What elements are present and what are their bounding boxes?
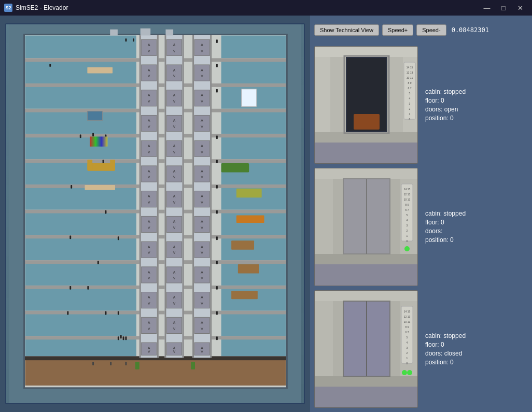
svg-rect-47	[183, 34, 184, 358]
elevator-view-1: 14 15 12 13 10 11 8 9 6 7 5 4 3 2 1 0	[314, 46, 418, 164]
svg-rect-217	[231, 291, 258, 300]
elevator-card-3: 14 15 12 13 10 11 8 9 6 7 5 4 3 2 1 0	[314, 290, 528, 408]
svg-rect-177	[216, 135, 218, 139]
svg-text:V: V	[173, 175, 176, 179]
svg-text:V: V	[148, 302, 150, 305]
svg-text:2: 2	[409, 107, 411, 110]
elevator-2-position: position: 0	[425, 236, 528, 244]
svg-rect-219	[191, 362, 195, 370]
svg-rect-3	[221, 35, 286, 58]
svg-text:V: V	[173, 100, 176, 103]
show-technical-view-button[interactable]: Show Technical View	[314, 24, 379, 36]
svg-text:A: A	[173, 119, 176, 122]
svg-rect-84	[142, 317, 157, 333]
svg-rect-24	[25, 314, 136, 336]
svg-text:A: A	[173, 295, 176, 299]
svg-text:V: V	[148, 100, 150, 103]
svg-rect-178	[103, 160, 104, 163]
svg-text:V: V	[173, 150, 176, 154]
svg-rect-197	[120, 335, 122, 338]
svg-rect-162	[194, 317, 209, 333]
svg-text:5: 5	[407, 336, 408, 339]
elevator-1-doors: doors: open	[425, 106, 528, 113]
svg-rect-216	[238, 264, 259, 274]
svg-text:A: A	[201, 119, 203, 122]
svg-text:A: A	[148, 119, 150, 122]
svg-rect-218	[135, 362, 139, 370]
svg-text:A: A	[201, 295, 203, 299]
svg-text:A: A	[148, 194, 150, 198]
svg-rect-14	[25, 187, 136, 210]
svg-rect-20	[25, 263, 136, 286]
svg-rect-173	[216, 89, 218, 93]
svg-rect-153	[194, 241, 209, 258]
svg-rect-195	[216, 311, 218, 315]
restore-button[interactable]: □	[496, 2, 511, 13]
svg-text:A: A	[148, 220, 150, 223]
elevator-3-position: position: 0	[425, 359, 528, 366]
svg-text:3: 3	[409, 102, 411, 105]
svg-text:2: 2	[407, 229, 408, 232]
svg-rect-209	[87, 160, 92, 169]
svg-rect-12	[25, 162, 136, 184]
svg-rect-72	[142, 216, 157, 232]
svg-text:V: V	[148, 327, 150, 331]
svg-rect-210	[110, 160, 115, 169]
svg-rect-51	[142, 39, 157, 55]
svg-rect-190	[87, 286, 89, 290]
svg-text:6  7: 6 7	[405, 208, 409, 211]
svg-text:V: V	[201, 125, 203, 129]
svg-text:3: 3	[407, 224, 408, 227]
svg-text:2: 2	[407, 351, 408, 354]
svg-text:V: V	[173, 201, 176, 204]
svg-text:0: 0	[409, 118, 411, 121]
close-button[interactable]: ✕	[512, 2, 528, 13]
svg-text:V: V	[173, 125, 176, 129]
svg-text:V: V	[201, 49, 203, 53]
titlebar: S2 SimSE2 - Elevador — □ ✕	[0, 0, 532, 16]
svg-rect-221	[110, 30, 118, 36]
svg-text:A: A	[148, 93, 150, 97]
svg-text:A: A	[148, 68, 150, 72]
svg-text:A: A	[201, 68, 203, 72]
main-content: Show Technical View Speed+ Speed- 0.0848…	[0, 16, 532, 412]
svg-text:A: A	[173, 321, 176, 324]
elevator-2-cabin: cabin: stopped	[425, 210, 528, 217]
svg-rect-26	[25, 338, 136, 356]
svg-rect-248	[315, 179, 333, 254]
svg-rect-192	[67, 311, 68, 315]
svg-text:A: A	[148, 144, 150, 148]
svg-text:0: 0	[407, 362, 408, 365]
elevator-1-position: position: 0	[425, 115, 528, 122]
speed-plus-button[interactable]: Speed+	[382, 24, 413, 36]
svg-text:4: 4	[407, 219, 408, 222]
svg-text:12 13: 12 13	[407, 71, 413, 74]
minimize-button[interactable]: —	[479, 2, 495, 13]
svg-rect-212	[221, 163, 249, 173]
svg-rect-232	[354, 114, 380, 130]
svg-text:14 15: 14 15	[404, 188, 411, 191]
svg-text:V: V	[148, 175, 150, 179]
svg-rect-184	[69, 235, 71, 239]
svg-rect-175	[92, 133, 94, 137]
toolbar: Show Technical View Speed+ Speed- 0.0848…	[310, 16, 532, 44]
svg-text:A: A	[201, 245, 203, 249]
window-title: SimSE2 - Elevador	[16, 4, 68, 11]
svg-text:V: V	[201, 327, 203, 331]
svg-rect-266	[315, 291, 418, 301]
svg-rect-50	[210, 34, 212, 358]
svg-text:A: A	[173, 43, 176, 47]
speed-minus-button[interactable]: Speed-	[416, 24, 446, 36]
svg-text:A: A	[148, 169, 150, 173]
svg-rect-44	[157, 34, 159, 358]
svg-rect-222	[141, 29, 150, 36]
svg-text:V: V	[148, 49, 150, 53]
svg-text:A: A	[148, 321, 150, 324]
svg-rect-96	[166, 90, 181, 106]
svg-rect-123	[166, 317, 181, 333]
svg-rect-183	[216, 210, 218, 214]
svg-rect-16	[25, 212, 136, 235]
svg-rect-185	[118, 236, 119, 240]
svg-rect-196	[118, 336, 119, 340]
svg-text:4: 4	[407, 341, 408, 344]
